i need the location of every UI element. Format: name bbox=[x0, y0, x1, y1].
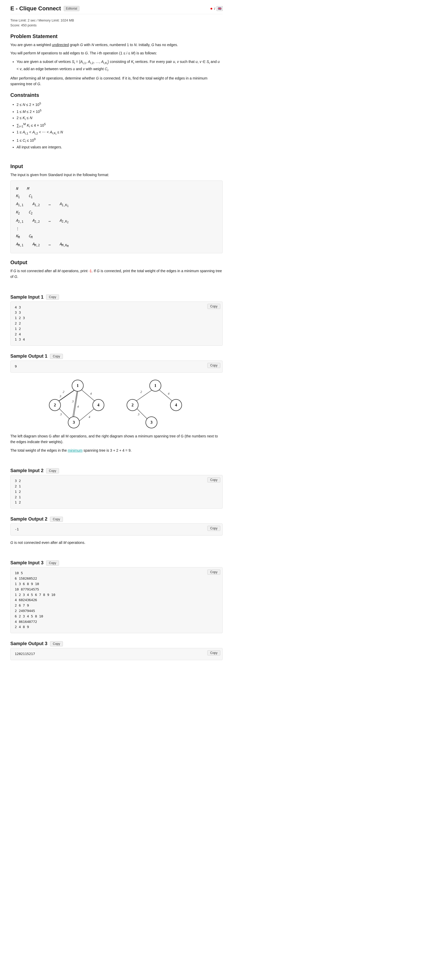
constraints-title: Constraints bbox=[10, 92, 223, 98]
svg-line-6 bbox=[80, 389, 96, 402]
svg-text:2: 2 bbox=[54, 403, 56, 407]
constraint-item: 2 ≤ Ki ≤ N bbox=[17, 115, 223, 122]
right-diagram: 2 4 3 1 2 3 4 bbox=[124, 378, 186, 430]
sample-input-2-copy-btn[interactable]: Copy bbox=[46, 468, 59, 473]
input-desc: The input is given from Standard Input i… bbox=[10, 172, 223, 178]
svg-text:4: 4 bbox=[77, 404, 79, 409]
sample-output-3-copy-btn[interactable]: Copy bbox=[50, 641, 63, 646]
sample-output-3-header: Sample Output 3 Copy bbox=[10, 641, 223, 646]
svg-text:3: 3 bbox=[138, 412, 140, 416]
problem-para1: You are given a weighted undirected grap… bbox=[10, 42, 223, 48]
operation-item: You are given a subset of vertices Si = … bbox=[17, 59, 223, 73]
sample-input-3-title: Sample Input 3 bbox=[10, 560, 43, 566]
sample-output-2-copy-btn-inline[interactable]: Copy bbox=[207, 526, 220, 531]
problem-para2: You will perform M operations to add edg… bbox=[10, 50, 223, 56]
page-header: E - Clique Connect Editorial ● / 🇬🇧 bbox=[10, 5, 223, 14]
sample-output-2-header: Sample Output 2 Copy bbox=[10, 516, 223, 522]
svg-line-4 bbox=[73, 390, 77, 418]
format-line: KM CM bbox=[16, 232, 217, 240]
lang-separator: / bbox=[214, 7, 215, 11]
svg-text:4: 4 bbox=[90, 391, 92, 396]
svg-text:2: 2 bbox=[140, 390, 142, 394]
diagram-area: 2 3 3 4 3 4 4 1 2 3 4 bbox=[10, 378, 223, 430]
editorial-badge: Editorial bbox=[64, 6, 79, 11]
format-line: ⋮ bbox=[16, 225, 217, 232]
constraint-item: 2 ≤ N ≤ 2 × 105 bbox=[17, 101, 223, 108]
format-line: AM,1 AM,2 … AM,KM bbox=[16, 240, 217, 249]
svg-text:4: 4 bbox=[89, 415, 90, 419]
svg-text:4: 4 bbox=[168, 391, 170, 396]
operation-list: You are given a subset of vertices Si = … bbox=[17, 59, 223, 73]
input-title: Input bbox=[10, 164, 223, 169]
sample-output-2-title: Sample Output 2 bbox=[10, 516, 48, 522]
sample-input-1-block: 4 3 3 3 1 2 3 2 2 1 2 2 4 1 3 4Copy bbox=[10, 301, 223, 346]
sample-input-3-copy-btn-inline[interactable]: Copy bbox=[207, 570, 220, 575]
sample-input-2-block: 3 2 2 1 1 2 2 1 1 2Copy bbox=[10, 475, 223, 509]
svg-text:2: 2 bbox=[132, 403, 133, 407]
problem-title: E - Clique Connect bbox=[10, 5, 61, 12]
diagram-caption1: The left diagram shows G after all M ope… bbox=[10, 433, 223, 445]
header-right: ● / 🇬🇧 bbox=[210, 6, 223, 11]
constraint-item: ∑i=1M Ki ≤ 4 × 105 bbox=[17, 121, 223, 129]
sample-input-1-copy-btn[interactable]: Copy bbox=[46, 294, 59, 300]
problem-para3: After performing all M operations, deter… bbox=[10, 75, 223, 87]
sample-output-2-copy-btn[interactable]: Copy bbox=[50, 517, 63, 522]
format-line: K1 C1 bbox=[16, 192, 217, 200]
title-area: E - Clique Connect Editorial bbox=[10, 5, 79, 12]
output-para: If G is not connected after all M operat… bbox=[10, 268, 223, 280]
sample-input-3-block: 10 5 6 158260522 1 3 6 8 9 10 10 8779145… bbox=[10, 567, 223, 633]
problem-statement-title: Problem Statement bbox=[10, 33, 223, 39]
sample-input-1-copy-btn-inline[interactable]: Copy bbox=[207, 304, 220, 309]
svg-line-24 bbox=[158, 389, 174, 402]
constraint-item: 1 ≤ M ≤ 2 × 105 bbox=[17, 108, 223, 115]
constraint-item: 1 ≤ Ai,1 < Ai,2 < ⋯ < Ai,Ki ≤ N bbox=[17, 129, 223, 137]
sample-output-1-header: Sample Output 1 Copy bbox=[10, 353, 223, 359]
sample-output-3-copy-btn-inline[interactable]: Copy bbox=[207, 650, 220, 655]
sample-output-1-title: Sample Output 1 bbox=[10, 353, 48, 359]
sample-input-1-header: Sample Input 1 Copy bbox=[10, 294, 223, 300]
flag-en-icon[interactable]: 🇬🇧 bbox=[217, 6, 223, 11]
format-line: K2 C2 bbox=[16, 208, 217, 216]
sample-input-2-title: Sample Input 2 bbox=[10, 468, 43, 473]
sample-input-3-copy-btn[interactable]: Copy bbox=[46, 560, 59, 566]
svg-text:4: 4 bbox=[97, 403, 99, 407]
sample-output-1-copy-btn-inline[interactable]: Copy bbox=[207, 363, 220, 368]
svg-text:1: 1 bbox=[154, 383, 156, 388]
svg-text:2: 2 bbox=[63, 390, 65, 394]
svg-text:3: 3 bbox=[73, 420, 75, 425]
time-limit: Time Limit: 2 sec / Memory Limit: 1024 M… bbox=[10, 18, 223, 22]
sample2-note: G is not connected even after all M oper… bbox=[10, 540, 223, 546]
sample-output-2-block: -1Copy bbox=[10, 523, 223, 536]
format-line: N M bbox=[16, 185, 217, 192]
constraint-item: All input values are integers. bbox=[17, 144, 223, 151]
svg-text:3: 3 bbox=[59, 394, 61, 398]
left-diagram: 2 3 3 4 3 4 4 1 2 3 4 bbox=[47, 378, 109, 430]
diagram-caption2: The total weight of the edges in the min… bbox=[10, 447, 223, 453]
sample-input-1-title: Sample Input 1 bbox=[10, 294, 43, 300]
svg-text:3: 3 bbox=[151, 420, 152, 425]
output-title: Output bbox=[10, 259, 223, 266]
sample-output-1-block: 9Copy bbox=[10, 361, 223, 373]
sample-input-2-header: Sample Input 2 Copy bbox=[10, 468, 223, 473]
svg-text:3: 3 bbox=[60, 412, 62, 416]
svg-text:3: 3 bbox=[72, 399, 74, 403]
constraint-item: 1 ≤ Ci ≤ 109 bbox=[17, 137, 223, 144]
format-line: A2,1 A2,2 … A2,K2 bbox=[16, 217, 217, 225]
sample-output-1-copy-btn[interactable]: Copy bbox=[50, 354, 63, 359]
score: Score: 450 points bbox=[10, 23, 223, 27]
flag-jp-icon[interactable]: ● bbox=[210, 6, 213, 11]
sample-output-3-title: Sample Output 3 bbox=[10, 641, 48, 646]
svg-text:4: 4 bbox=[175, 403, 177, 407]
input-format-block: N M K1 C1 A1,1 A1,2 … A1,K1 K2 C2 A2,1 A… bbox=[10, 180, 223, 253]
svg-text:1: 1 bbox=[77, 383, 79, 388]
sample-input-2-copy-btn-inline[interactable]: Copy bbox=[207, 477, 220, 482]
format-line: A1,1 A1,2 … A1,K1 bbox=[16, 200, 217, 209]
sample-output-3-block: 1202115217Copy bbox=[10, 648, 223, 660]
constraints-list: 2 ≤ N ≤ 2 × 105 1 ≤ M ≤ 2 × 105 2 ≤ Ki ≤… bbox=[17, 101, 223, 151]
sample-input-3-header: Sample Input 3 Copy bbox=[10, 560, 223, 566]
